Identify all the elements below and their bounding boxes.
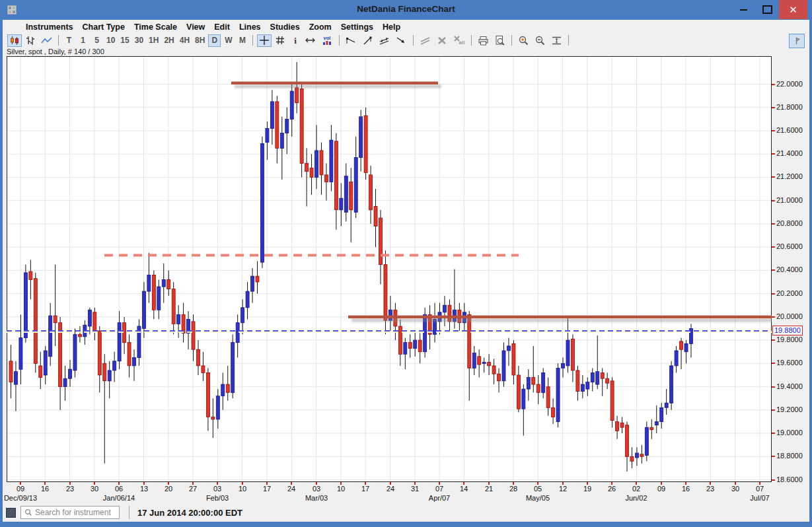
price-axis-tick bbox=[772, 339, 775, 341]
instrument-color-square-icon[interactable] bbox=[6, 508, 16, 518]
price-axis-tick bbox=[772, 479, 775, 481]
date-axis-day-label: 16 bbox=[682, 485, 690, 493]
trend-line-up-button[interactable] bbox=[360, 34, 375, 47]
date-axis-day-label: 16 bbox=[41, 485, 49, 493]
close-button[interactable]: ✕ bbox=[779, 0, 807, 19]
print-button[interactable] bbox=[476, 34, 491, 47]
zoom-in-button[interactable] bbox=[516, 34, 531, 47]
date-axis-day-label: 30 bbox=[91, 485, 98, 493]
timeframe-d-button[interactable]: D bbox=[208, 34, 221, 47]
svg-text:all: all bbox=[459, 40, 465, 46]
ohlc-bar-chart-icon bbox=[25, 36, 36, 46]
price-axis-tick bbox=[772, 316, 775, 318]
candlestick-chart-button[interactable] bbox=[7, 34, 22, 47]
date-axis-day-label: 24 bbox=[287, 485, 295, 493]
price-axis[interactable]: 18.600018.800019.000019.200019.400019.60… bbox=[772, 56, 809, 492]
search-box bbox=[20, 506, 120, 519]
info-button[interactable]: i bbox=[289, 34, 301, 47]
svg-text:vol: vol bbox=[324, 35, 331, 41]
price-axis-label: 21.4000 bbox=[776, 149, 803, 157]
date-axis[interactable]: 0916233006132027031017240310172431071421… bbox=[7, 482, 807, 503]
date-axis-day-label: 07 bbox=[756, 485, 764, 493]
toolbar-separator bbox=[413, 35, 414, 46]
volume-icon: vol bbox=[321, 35, 333, 46]
date-axis-month-label: Dec/09/13 bbox=[4, 494, 37, 502]
timeframe-5-button[interactable]: 5 bbox=[91, 34, 103, 47]
date-axis-day-label: 30 bbox=[731, 485, 739, 493]
price-axis-label: 20.4000 bbox=[776, 265, 803, 273]
menu-studies[interactable]: Studies bbox=[266, 22, 305, 32]
price-axis-label: 19.4000 bbox=[776, 382, 803, 390]
price-axis-tick bbox=[772, 153, 775, 155]
toolbar-separator bbox=[511, 35, 512, 46]
trend-line-button[interactable] bbox=[344, 34, 359, 47]
menu-instruments[interactable]: Instruments bbox=[21, 22, 78, 32]
volume-button[interactable]: vol bbox=[319, 34, 335, 47]
timeframe-t-button[interactable]: T bbox=[63, 34, 75, 47]
trend-channel-button[interactable] bbox=[377, 34, 392, 47]
expand-horizontal-button[interactable] bbox=[303, 34, 318, 47]
timeframe-8h-button[interactable]: 8H bbox=[193, 34, 207, 47]
timeframe-4h-button[interactable]: 4H bbox=[178, 34, 192, 47]
timeframe-1h-button[interactable]: 1H bbox=[147, 34, 161, 47]
print-preview-button[interactable] bbox=[492, 34, 507, 47]
toolbar-separator bbox=[252, 35, 253, 46]
instrument-label: Silver, spot , Daily, # 140 / 300 bbox=[7, 48, 104, 55]
delete-all-button[interactable]: all bbox=[451, 34, 467, 47]
date-axis-day-label: 31 bbox=[411, 485, 419, 493]
line-chart-button[interactable] bbox=[39, 34, 54, 47]
menubar: InstrumentsChart TypeTime ScaleViewEditL… bbox=[3, 20, 809, 34]
date-axis-day-label: 23 bbox=[706, 485, 714, 493]
date-axis-day-label: 20 bbox=[165, 485, 172, 493]
date-axis-day-label: 21 bbox=[485, 485, 493, 493]
date-axis-month-label: May/05 bbox=[526, 494, 550, 502]
menu-zoom[interactable]: Zoom bbox=[305, 22, 336, 32]
toolbar: T151015301H2H4H8HDWM i vol bbox=[3, 33, 809, 48]
timeframe-w-button[interactable]: W bbox=[222, 34, 235, 47]
maximize-button[interactable] bbox=[755, 0, 779, 19]
timeframe-30-button[interactable]: 30 bbox=[133, 34, 145, 47]
search-icon bbox=[24, 508, 34, 517]
timeframe-1-button[interactable]: 1 bbox=[77, 34, 89, 47]
statusbar-separator bbox=[129, 506, 129, 519]
ray-arrow-button[interactable] bbox=[394, 34, 409, 47]
date-axis-month-label: Jun/02 bbox=[625, 494, 647, 502]
trend-line-icon bbox=[346, 36, 357, 46]
pin-window-button[interactable] bbox=[789, 34, 805, 48]
timeframe-15-button[interactable]: 15 bbox=[118, 34, 131, 47]
zoom-in-icon bbox=[518, 35, 529, 46]
print-preview-icon bbox=[494, 35, 505, 46]
app-window: NetDania FinanceChart ✕ InstrumentsChart… bbox=[0, 0, 812, 527]
date-axis-month-label: Mar/03 bbox=[305, 494, 328, 502]
minimize-button[interactable] bbox=[731, 0, 755, 19]
chart-plot[interactable] bbox=[7, 56, 772, 482]
info-icon: i bbox=[292, 36, 299, 46]
grid-toggle-button[interactable] bbox=[273, 34, 287, 47]
delete-button[interactable] bbox=[435, 34, 449, 47]
trend-line-up-icon bbox=[362, 36, 373, 46]
grid-icon bbox=[275, 35, 285, 46]
date-axis-day-label: 09 bbox=[657, 485, 665, 493]
timeframe-m-button[interactable]: M bbox=[236, 34, 248, 47]
timeframe-2h-button[interactable]: 2H bbox=[162, 34, 176, 47]
price-axis-tick bbox=[772, 293, 775, 295]
menu-lines[interactable]: Lines bbox=[235, 22, 266, 32]
menu-help[interactable]: Help bbox=[378, 22, 405, 32]
menu-time-scale[interactable]: Time Scale bbox=[129, 22, 182, 32]
menu-chart-type[interactable]: Chart Type bbox=[78, 22, 129, 32]
remove-lines-button[interactable] bbox=[418, 34, 433, 47]
date-axis-day-label: 14 bbox=[460, 485, 468, 493]
menu-edit[interactable]: Edit bbox=[209, 22, 235, 32]
crosshair-button[interactable] bbox=[257, 34, 272, 47]
menu-view[interactable]: View bbox=[182, 22, 209, 32]
timeframe-10-button[interactable]: 10 bbox=[104, 34, 117, 47]
zoom-out-button[interactable] bbox=[533, 34, 548, 47]
ohlc-bar-chart-button[interactable] bbox=[23, 34, 38, 47]
price-axis-label: 19.6000 bbox=[776, 359, 803, 367]
search-input[interactable] bbox=[34, 507, 116, 518]
price-axis-label: 19.8000 bbox=[776, 335, 803, 343]
fit-vertical-button[interactable] bbox=[549, 34, 564, 47]
menu-settings[interactable]: Settings bbox=[336, 22, 378, 32]
price-axis-tick bbox=[772, 363, 775, 364]
price-axis-label: 20.0000 bbox=[776, 312, 803, 320]
